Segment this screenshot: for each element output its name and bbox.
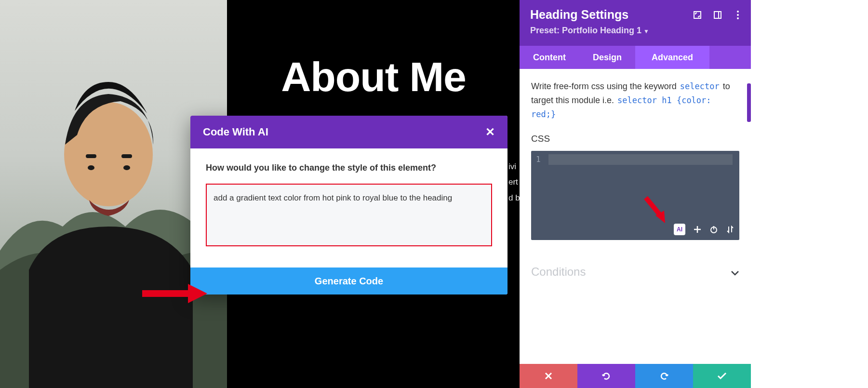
ai-modal-title: Code With AI xyxy=(203,126,268,138)
tab-advanced[interactable]: Advanced xyxy=(635,46,709,69)
editor-line-number: 1 xyxy=(536,155,541,164)
conditions-section[interactable]: Conditions xyxy=(531,265,739,279)
power-icon[interactable] xyxy=(709,225,718,234)
svg-rect-7 xyxy=(714,12,721,18)
caret-down-icon: ▼ xyxy=(643,28,649,35)
chevron-down-icon xyxy=(731,265,739,279)
svg-point-8 xyxy=(737,11,739,13)
heading-settings-panel: Heading Settings Preset: Portfolio Headi… xyxy=(520,0,751,388)
svg-rect-6 xyxy=(694,12,701,18)
expand-icon[interactable] xyxy=(693,11,702,19)
tab-content[interactable]: Content xyxy=(520,46,579,69)
svg-rect-2 xyxy=(86,154,96,158)
svg-point-5 xyxy=(123,165,130,170)
scrollbar[interactable] xyxy=(747,83,751,122)
redo-button[interactable] xyxy=(635,364,693,388)
undo-button[interactable] xyxy=(577,364,635,388)
svg-point-10 xyxy=(737,17,739,19)
cancel-button[interactable] xyxy=(520,364,577,388)
css-label: CSS xyxy=(531,134,739,144)
editor-active-line xyxy=(548,154,733,165)
save-button[interactable] xyxy=(693,364,751,388)
page-heading: About Me xyxy=(229,53,518,101)
css-editor[interactable]: 1 AI xyxy=(531,151,739,240)
page-body-fragment: ivi ert d b xyxy=(508,159,520,206)
sort-icon[interactable] xyxy=(726,225,734,234)
svg-rect-3 xyxy=(121,154,132,158)
more-icon[interactable] xyxy=(734,11,742,19)
generate-code-button[interactable]: Generate Code xyxy=(190,268,507,294)
settings-tabs: Content Design Advanced xyxy=(520,46,751,69)
layout-icon[interactable] xyxy=(713,11,722,19)
add-icon[interactable] xyxy=(693,225,702,234)
tab-design[interactable]: Design xyxy=(579,46,635,69)
preset-selector[interactable]: Preset: Portfolio Heading 1▼ xyxy=(530,26,740,36)
code-with-ai-modal: Code With AI ✕ How would you like to cha… xyxy=(190,116,507,294)
ai-code-button[interactable]: AI xyxy=(674,224,685,235)
svg-point-9 xyxy=(737,14,739,16)
svg-point-4 xyxy=(88,165,94,170)
close-icon[interactable]: ✕ xyxy=(485,125,495,139)
ai-prompt-input[interactable] xyxy=(206,184,492,246)
ai-modal-question: How would you like to change the style o… xyxy=(206,163,492,173)
css-hint-text: Write free-form css using the keyword se… xyxy=(531,80,739,121)
